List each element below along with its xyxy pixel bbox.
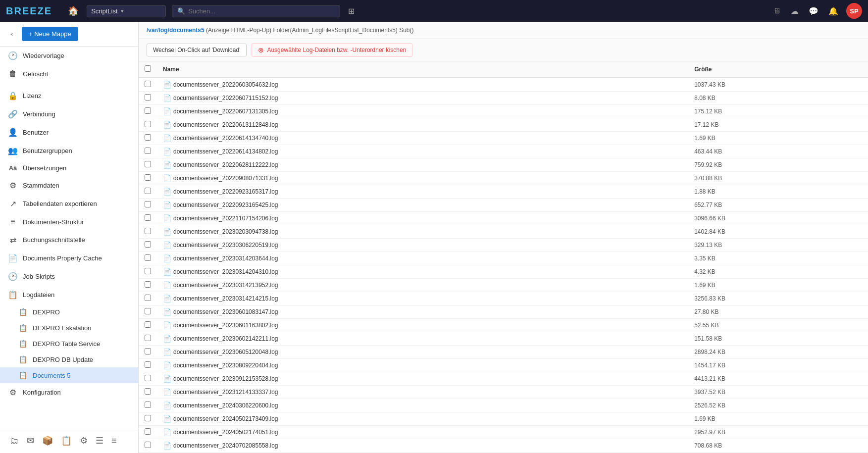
sidebar-item-logdateien[interactable]: 📋 Logdateien — [0, 286, 138, 304]
row-checkbox[interactable] — [145, 268, 151, 274]
folder-bottom-icon[interactable]: 🗂 — [8, 434, 21, 448]
row-checkbox[interactable] — [145, 388, 151, 395]
sidebar-subitem-dexpro-db[interactable]: 📋 DEXPRO DB Update — [0, 352, 138, 367]
row-checkbox-cell[interactable] — [139, 252, 157, 265]
row-checkbox[interactable] — [145, 241, 151, 248]
row-checkbox-cell[interactable] — [139, 145, 157, 158]
row-checkbox-cell[interactable] — [139, 426, 157, 439]
row-checkbox-cell[interactable] — [139, 279, 157, 292]
grid-bottom-icon[interactable]: ≡ — [109, 434, 119, 448]
sidebar-item-buchung[interactable]: ⇄ Buchungsschnittstelle — [0, 231, 138, 249]
row-checkbox-cell[interactable] — [139, 439, 157, 453]
sidebar-item-jobskripts[interactable]: 🕐 Job-Skripts — [0, 267, 138, 286]
sidebar-item-geloscht[interactable]: 🗑 Gelöscht — [0, 65, 138, 83]
row-checkbox[interactable] — [145, 254, 151, 261]
row-checkbox[interactable] — [145, 321, 151, 328]
row-checkbox[interactable] — [145, 442, 151, 448]
row-checkbox-cell[interactable] — [139, 185, 157, 199]
row-checkbox-cell[interactable] — [139, 105, 157, 118]
row-checkbox[interactable] — [145, 281, 151, 288]
row-checkbox[interactable] — [145, 228, 151, 234]
user-avatar[interactable]: SP — [846, 3, 862, 19]
sidebar-subitem-dexpro-eskalation[interactable]: 📋 DEXPRO Eskalation — [0, 320, 138, 336]
row-checkbox[interactable] — [145, 415, 151, 421]
row-checkbox-cell[interactable] — [139, 158, 157, 172]
row-checkbox-cell[interactable] — [139, 239, 157, 252]
row-checkbox-cell[interactable] — [139, 399, 157, 412]
row-checkbox-cell[interactable] — [139, 332, 157, 346]
row-checkbox-cell[interactable] — [139, 118, 157, 132]
row-checkbox[interactable] — [145, 174, 151, 181]
row-checkbox[interactable] — [145, 295, 151, 301]
sidebar-item-verbindung[interactable]: 🔗 Verbindung — [0, 105, 138, 123]
row-checkbox-cell[interactable] — [139, 212, 157, 225]
row-checkbox[interactable] — [145, 375, 151, 381]
sidebar-item-wiedervorlage[interactable]: 🕐 Wiedervorlage — [0, 47, 138, 65]
row-checkbox[interactable] — [145, 214, 151, 221]
sidebar-item-docprop[interactable]: 📄 Documents Property Cache — [0, 249, 138, 267]
row-checkbox[interactable] — [145, 121, 151, 127]
sidebar-subitem-documents5[interactable]: 📋 Documents 5 — [0, 367, 138, 383]
select-all-checkbox[interactable] — [145, 65, 151, 72]
row-checkbox[interactable] — [145, 402, 151, 408]
row-checkbox[interactable] — [145, 361, 151, 368]
row-checkbox-cell[interactable] — [139, 292, 157, 305]
row-checkbox[interactable] — [145, 335, 151, 341]
row-checkbox-cell[interactable] — [139, 172, 157, 185]
home-icon[interactable]: 🏠 — [66, 3, 81, 18]
row-checkbox[interactable] — [145, 161, 151, 167]
list-bottom-icon[interactable]: ☰ — [94, 433, 105, 448]
row-checkbox[interactable] — [145, 94, 151, 101]
row-checkbox[interactable] — [145, 107, 151, 114]
sidebar-item-ubersetzungen[interactable]: Aä Übersetzungen — [0, 160, 138, 176]
row-checkbox-cell[interactable] — [139, 132, 157, 145]
sidebar-subitem-dexpro-table[interactable]: 📋 DEXPRO Table Service — [0, 336, 138, 352]
bell-icon[interactable]: 🔔 — [826, 4, 840, 18]
row-checkbox[interactable] — [145, 188, 151, 194]
sidebar-item-benutzer[interactable]: 👤 Benutzer — [0, 123, 138, 142]
row-checkbox[interactable] — [145, 308, 151, 314]
row-checkbox-cell[interactable] — [139, 199, 157, 212]
new-folder-button[interactable]: + Neue Mappe — [22, 27, 78, 41]
row-checkbox[interactable] — [145, 348, 151, 354]
sidebar-item-benutzergruppen[interactable]: 👥 Benutzergruppen — [0, 142, 138, 160]
row-checkbox-cell[interactable] — [139, 265, 157, 279]
sidebar-item-tabellendaten[interactable]: ↗ Tabellendaten exportieren — [0, 195, 138, 213]
row-checkbox[interactable] — [145, 201, 151, 207]
gear-bottom-icon[interactable]: ⚙ — [78, 433, 90, 448]
row-checkbox[interactable] — [145, 148, 151, 154]
sidebar-item-stammdaten[interactable]: ⚙ Stammdaten — [0, 176, 138, 195]
delete-button[interactable]: ⊗ Ausgewählte Log-Dateien bzw. -Unterord… — [252, 43, 412, 57]
row-checkbox-cell[interactable] — [139, 305, 157, 319]
row-checkbox-cell[interactable] — [139, 92, 157, 105]
row-checkbox-cell[interactable] — [139, 386, 157, 399]
switch-download-button[interactable]: Wechsel On-Click auf 'Download' — [147, 44, 247, 56]
chat-icon[interactable]: 💬 — [807, 4, 820, 18]
row-checkbox-cell[interactable] — [139, 412, 157, 426]
sidebar-item-konfiguration[interactable]: ⚙ Konfiguration — [0, 383, 138, 402]
row-checkbox-cell[interactable] — [139, 78, 157, 92]
monitor-icon[interactable]: 🖥 — [771, 4, 783, 17]
row-checkbox-cell[interactable] — [139, 359, 157, 372]
sidebar-collapse-button[interactable]: ‹ — [6, 28, 18, 40]
row-checkbox-cell[interactable] — [139, 372, 157, 386]
filter-icon[interactable]: ⊞ — [346, 4, 357, 18]
sidebar-subitem-dexpro[interactable]: 📋 DEXPRO — [0, 304, 138, 320]
row-checkbox-cell[interactable] — [139, 225, 157, 239]
search-input[interactable] — [188, 7, 335, 15]
mail-bottom-icon[interactable]: ✉ — [25, 433, 36, 448]
scriptlist-dropdown[interactable]: ScriptList ▾ — [87, 5, 166, 17]
sidebar-item-lizenz[interactable]: 🔒 Lizenz — [0, 87, 138, 105]
table-row: 📄 documentsserver_20230602142211.log 151… — [139, 332, 868, 346]
cloud-icon[interactable]: ☁ — [789, 4, 801, 18]
sidebar-item-dokstruktur[interactable]: ≡ Dokumenten-Struktur — [0, 213, 138, 231]
row-checkbox[interactable] — [145, 134, 151, 141]
row-checkbox[interactable] — [145, 428, 151, 435]
box-bottom-icon[interactable]: 📦 — [40, 433, 55, 448]
row-checkbox-cell[interactable] — [139, 319, 157, 332]
row-checkbox-cell[interactable] — [139, 346, 157, 359]
clipboard-bottom-icon[interactable]: 📋 — [59, 433, 74, 448]
row-checkbox[interactable] — [145, 81, 151, 87]
table-row: 📄 documentsserver_20231214133337.log 393… — [139, 386, 868, 399]
search-box[interactable]: 🔍 — [172, 5, 340, 17]
